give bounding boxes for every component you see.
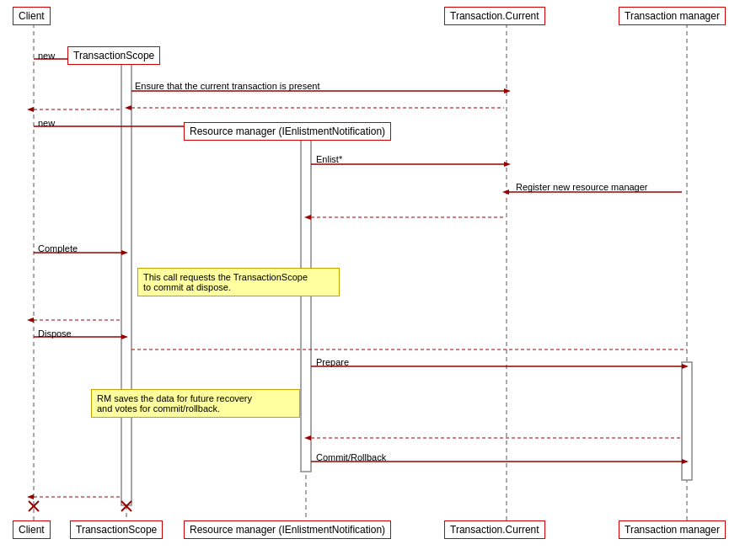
msg-new-2: new	[38, 118, 55, 128]
lifeline-txscope-bottom: TransactionScope	[70, 520, 163, 539]
note-rm-saves: RM saves the data for future recovery an…	[91, 389, 300, 418]
svg-marker-21	[502, 189, 509, 195]
msg-prepare: Prepare	[316, 357, 349, 367]
lifeline-txscope-top: TransactionScope	[67, 46, 160, 65]
lifeline-client-top: Client	[13, 7, 51, 25]
msg-dispose: Dispose	[38, 328, 72, 339]
note-commit-dispose: This call requests the TransactionScope …	[137, 268, 340, 296]
lifeline-txmanager-top: Transaction manager	[619, 7, 726, 25]
msg-ensure: Ensure that the current transaction is p…	[135, 81, 320, 91]
lifeline-txcurrent-bottom: Transaction.Current	[444, 520, 545, 539]
svg-marker-13	[504, 88, 511, 93]
svg-marker-38	[27, 494, 34, 499]
msg-enlist: Enlist*	[316, 154, 342, 164]
lifeline-resmgr-top: Resource manager (IEnlistmentNotificatio…	[184, 122, 391, 141]
diagram-container: Client TransactionScope Resource manager…	[0, 0, 756, 555]
sequence-diagram-svg	[0, 0, 756, 555]
svg-rect-6	[301, 126, 311, 472]
msg-register: Register new resource manager	[516, 182, 648, 192]
msg-complete: Complete	[38, 243, 78, 253]
lifeline-txcurrent-top: Transaction.Current	[444, 7, 545, 25]
lifeline-resmgr-bottom: Resource manager (IEnlistmentNotificatio…	[184, 520, 391, 539]
msg-commit: Commit/Rollback	[316, 452, 386, 462]
svg-marker-11	[27, 107, 34, 112]
lifeline-client-bottom: Client	[13, 520, 51, 539]
svg-marker-19	[504, 162, 511, 167]
msg-new-1: new	[38, 51, 55, 61]
lifeline-txmanager-bottom: Transaction manager	[619, 520, 726, 539]
svg-marker-27	[27, 318, 34, 323]
